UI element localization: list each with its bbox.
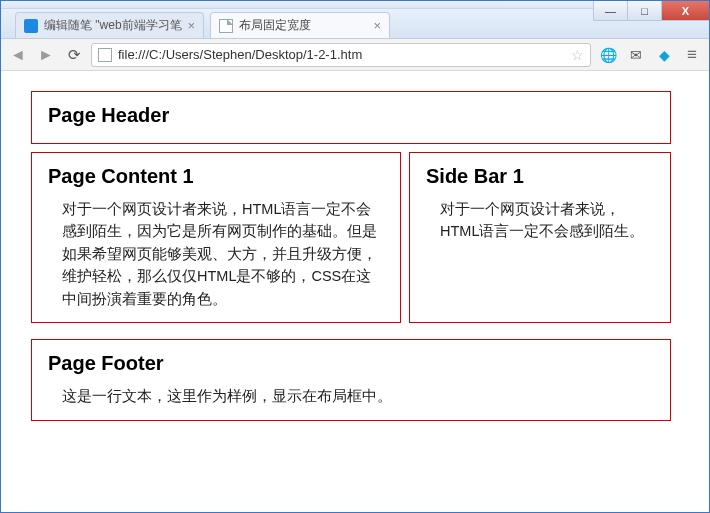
toolbar: ◄ ► ⟳ file:///C:/Users/Stephen/Desktop/1… [1, 39, 709, 71]
window-controls: — □ X [593, 1, 709, 21]
tab-close-icon[interactable]: × [188, 18, 196, 33]
sidebar1-title: Side Bar 1 [426, 165, 654, 188]
tab-title: 布局固定宽度 [239, 17, 367, 34]
tag-icon[interactable]: ◆ [653, 44, 675, 66]
browser-window: — □ X 编辑随笔 "web前端学习笔 × 布局固定宽度 × ◄ ► ⟳ fi… [0, 0, 710, 513]
footer-box: Page Footer 这是一行文本，这里作为样例，显示在布局框中。 [31, 339, 671, 420]
sidebar1-box: Side Bar 1 对于一个网页设计者来说，HTML语言一定不会感到陌生。 [409, 152, 671, 323]
tab-1[interactable]: 编辑随笔 "web前端学习笔 × [15, 12, 204, 38]
content1-body: 对于一个网页设计者来说，HTML语言一定不会感到陌生，因为它是所有网页制作的基础… [48, 198, 384, 310]
footer-title: Page Footer [48, 352, 654, 375]
maximize-button[interactable]: □ [627, 1, 661, 21]
favicon-icon [219, 19, 233, 33]
menu-icon[interactable]: ≡ [681, 44, 703, 66]
footer-body: 这是一行文本，这里作为样例，显示在布局框中。 [48, 385, 654, 407]
page-container: Page Header Page Content 1 对于一个网页设计者来说，H… [31, 91, 671, 421]
tab-2[interactable]: 布局固定宽度 × [210, 12, 390, 38]
page-icon [98, 48, 112, 62]
url-text: file:///C:/Users/Stephen/Desktop/1-2-1.h… [118, 47, 565, 62]
mail-icon[interactable]: ✉ [625, 44, 647, 66]
content-row: Page Content 1 对于一个网页设计者来说，HTML语言一定不会感到陌… [31, 152, 671, 331]
close-button[interactable]: X [661, 1, 709, 21]
favicon-icon [24, 19, 38, 33]
tab-title: 编辑随笔 "web前端学习笔 [44, 17, 182, 34]
tab-close-icon[interactable]: × [374, 18, 382, 33]
back-button[interactable]: ◄ [7, 44, 29, 66]
reload-button[interactable]: ⟳ [63, 44, 85, 66]
forward-button[interactable]: ► [35, 44, 57, 66]
content1-title: Page Content 1 [48, 165, 384, 188]
sidebar1-body: 对于一个网页设计者来说，HTML语言一定不会感到陌生。 [426, 198, 654, 243]
page-header-box: Page Header [31, 91, 671, 144]
globe-icon[interactable]: 🌐 [597, 44, 619, 66]
window-titlebar: — □ X [1, 1, 709, 9]
content1-box: Page Content 1 对于一个网页设计者来说，HTML语言一定不会感到陌… [31, 152, 401, 323]
page-viewport: Page Header Page Content 1 对于一个网页设计者来说，H… [1, 71, 709, 512]
address-bar[interactable]: file:///C:/Users/Stephen/Desktop/1-2-1.h… [91, 43, 591, 67]
minimize-button[interactable]: — [593, 1, 627, 21]
page-header-title: Page Header [48, 104, 654, 127]
bookmark-star-icon[interactable]: ☆ [571, 47, 584, 63]
